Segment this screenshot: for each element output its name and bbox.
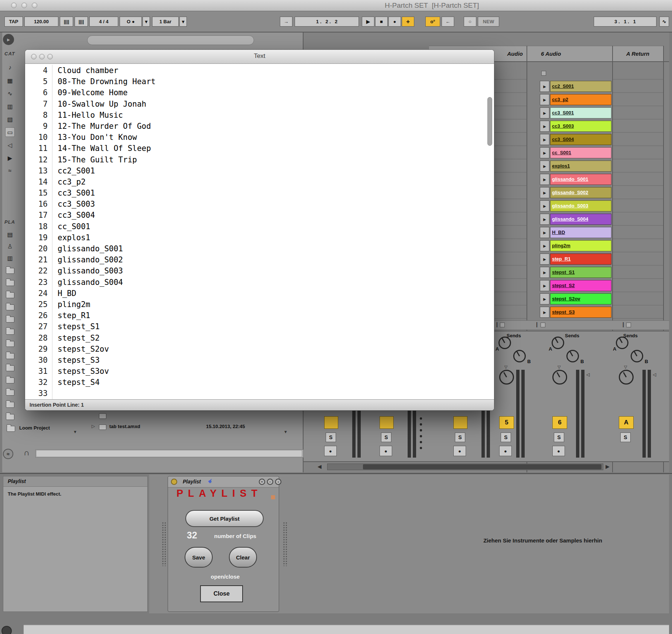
clip-launch-icon[interactable]: ▶ (540, 240, 549, 251)
clip-launch-icon[interactable]: ▶ (540, 214, 549, 225)
midi-effects-icon[interactable]: ▧ (5, 114, 15, 124)
clip[interactable]: cc3_p2 (550, 94, 611, 105)
clip[interactable]: stepst_S1 (550, 267, 611, 278)
text-line[interactable]: 26 step_R1 (25, 310, 494, 321)
plugins-icon[interactable]: ◁ (5, 140, 15, 150)
pan-knob[interactable] (499, 370, 514, 385)
volume-meter[interactable] (581, 370, 584, 458)
clip[interactable]: stepst_S2 (550, 280, 611, 291)
clear-button[interactable]: Clear (229, 547, 257, 568)
track-activator-6[interactable]: 6 (552, 416, 567, 429)
text-line[interactable]: 12 15-The Guilt Trip (25, 154, 494, 165)
zoom-button[interactable] (32, 3, 37, 8)
clip[interactable]: glissando_S001 (550, 174, 611, 185)
loom-project-folder-icon[interactable] (7, 426, 15, 432)
clips-icon[interactable]: ▶ (5, 153, 15, 163)
preview-play-icon[interactable]: ▶ (3, 34, 14, 45)
session-hscrollbar[interactable] (327, 464, 603, 470)
instruments-icon[interactable]: ∿ (5, 89, 15, 98)
track-activator-5[interactable]: 5 (499, 416, 514, 429)
text-line[interactable]: 30 stepst_S3 (25, 355, 494, 366)
text-line[interactable]: 27 stepst_S1 (25, 321, 494, 332)
device-titlebar[interactable]: Playlist ☛ = ○ ▪ (168, 476, 279, 487)
volume-meter[interactable] (576, 370, 579, 458)
clip-stop-button[interactable] (500, 323, 505, 327)
save-button[interactable]: Save (185, 547, 213, 568)
metronome-button[interactable]: O ● (120, 17, 142, 27)
folder-icon[interactable] (6, 329, 14, 335)
folder-icon[interactable] (6, 414, 14, 420)
send-a-knob[interactable] (498, 337, 511, 349)
clip[interactable]: H_BD (550, 227, 611, 238)
fold-marker-icon[interactable]: ▽ (558, 365, 560, 369)
nudge-down-button[interactable]: |||| (60, 17, 73, 27)
volume-handle-icon[interactable]: ◁ (586, 372, 590, 377)
samples-icon[interactable]: ≈ (5, 166, 15, 176)
volume-handle-icon[interactable]: ◁ (653, 372, 656, 377)
text-line[interactable]: 32 stepst_S4 (25, 377, 494, 388)
clip[interactable]: cc_S001 (550, 147, 611, 158)
device-drag-handle[interactable] (162, 522, 167, 566)
clip-stop-button[interactable] (541, 323, 545, 327)
quantize-menu[interactable]: 1 Bar (152, 17, 179, 27)
text-editor-window[interactable]: Text 4 Cloud chamber 5 08-The Drowning H… (25, 50, 494, 410)
text-window-titlebar[interactable]: Text (25, 50, 494, 64)
headphone-preview-icon[interactable]: ∩ (24, 448, 30, 458)
send-b-knob[interactable] (513, 350, 526, 362)
clip[interactable]: explos1 (550, 161, 611, 172)
drums-icon[interactable]: ▦ (5, 76, 15, 85)
clip-stop-button[interactable] (626, 323, 631, 327)
send-b-knob[interactable] (566, 350, 579, 362)
packs-icon[interactable]: ▤ (5, 230, 15, 239)
arm-button[interactable]: ● (552, 446, 565, 456)
clip[interactable]: cc3_S003 (550, 121, 611, 132)
clip-launch-icon[interactable]: ▶ (540, 81, 549, 92)
clip-launch-icon[interactable]: ▶ (540, 254, 549, 265)
folder-icon[interactable] (6, 353, 14, 359)
clip-launch-icon[interactable]: ▶ (540, 107, 549, 118)
clip-launch-icon[interactable]: ▶ (540, 200, 549, 211)
disclosure-icon[interactable]: ▷ (92, 424, 95, 429)
play-button[interactable]: ▶ (362, 17, 374, 27)
minimize-button[interactable] (21, 3, 27, 8)
device-hot-swap-button[interactable]: ○ (267, 479, 273, 485)
track-activator-a[interactable]: A (619, 416, 634, 429)
folder-icon[interactable] (6, 390, 14, 396)
close-button[interactable]: Close (200, 585, 243, 602)
device-activator[interactable] (171, 479, 177, 485)
sounds-icon[interactable]: ♪ (5, 63, 15, 72)
browser-search-input[interactable] (87, 35, 254, 45)
current-project-icon[interactable]: ▥ (5, 253, 15, 263)
clip[interactable]: cc3_S004 (550, 134, 611, 145)
text-line[interactable]: 22 glissando_S003 (25, 265, 494, 276)
get-playlist-button[interactable]: Get Playlist (185, 510, 264, 527)
scroll-right-icon[interactable]: ▶ (606, 464, 610, 469)
clip-launch-icon[interactable]: ▶ (540, 293, 549, 304)
folder-icon[interactable] (6, 304, 14, 310)
text-line[interactable]: 29 stepst_S2ov (25, 344, 494, 355)
info-toggle-icon[interactable] (1, 626, 12, 634)
clip-launch-icon[interactable]: ▶ (540, 161, 549, 172)
text-line[interactable]: 18 cc_S001 (25, 221, 494, 232)
folder-icon[interactable] (6, 317, 14, 323)
fold-marker-icon[interactable]: ▽ (624, 365, 627, 369)
solo-button[interactable]: S (381, 433, 391, 442)
text-line[interactable]: 23 glissando_S004 (25, 277, 494, 288)
sidebar-item-loom-project[interactable]: Loom Project (19, 425, 50, 431)
solo-button[interactable]: S (455, 433, 465, 442)
solo-button[interactable]: S (326, 433, 336, 442)
browser-file-name[interactable]: tab test.amxd (109, 424, 140, 429)
close-button[interactable] (11, 3, 17, 8)
record-button[interactable]: ● (388, 17, 401, 27)
fold-marker-icon[interactable]: ▽ (504, 365, 507, 369)
clip[interactable]: stepst_S3 (550, 307, 611, 318)
tempo-field[interactable]: 120.00 (24, 17, 58, 27)
send-a-knob[interactable] (552, 337, 564, 349)
solo-button[interactable]: S (501, 433, 511, 442)
clip-launch-icon[interactable]: ▶ (540, 134, 549, 145)
clip-launch-icon[interactable]: ▶ (540, 174, 549, 185)
text-editor-content[interactable]: 4 Cloud chamber 5 08-The Drowning Heart … (25, 64, 494, 399)
track-activator[interactable] (453, 416, 467, 429)
clip[interactable]: glissando_S004 (550, 214, 611, 225)
text-line[interactable]: 19 explos1 (25, 232, 494, 243)
